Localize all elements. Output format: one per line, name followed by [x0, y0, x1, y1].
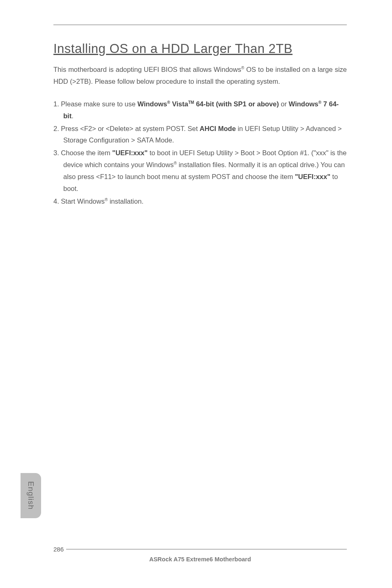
- steps-list: 1. Please make sure to use Windows® Vist…: [53, 98, 347, 207]
- step-1-bold-1: Windows: [138, 100, 167, 108]
- page-footer: 286 ASRock A75 Extreme6 Motherboard: [53, 546, 347, 563]
- step-4-text-b: installation.: [108, 198, 143, 205]
- step-2-text-a: 2. Press <F2> or <Delete> at system POST…: [53, 125, 200, 132]
- step-3: 3. Choose the item "UEFI:xxx" to boot in…: [53, 147, 347, 195]
- step-4-text-a: 4. Start Windows: [53, 198, 105, 205]
- step-3-bold-1: "UEFI:xxx": [112, 149, 148, 156]
- language-tab-label: English: [26, 481, 35, 510]
- step-1-bold-2: Vista: [170, 100, 188, 108]
- reg-mark: ®: [105, 197, 108, 202]
- tm-mark: TM: [188, 100, 194, 104]
- step-2: 2. Press <F2> or <Delete> at system POST…: [53, 123, 347, 147]
- page-number: 286: [53, 546, 64, 553]
- language-tab: English: [21, 473, 41, 518]
- step-1: 1. Please make sure to use Windows® Vist…: [53, 98, 347, 122]
- step-2-bold: AHCI Mode: [200, 125, 236, 132]
- page-number-row: 286: [53, 546, 347, 553]
- top-rule: [53, 25, 347, 25]
- step-1-bold-4: Windows: [289, 100, 318, 108]
- step-1-text-b: or: [279, 100, 289, 108]
- step-1-bold-3: 64-bit (with SP1 or above): [194, 100, 279, 108]
- step-1-text-c: .: [71, 112, 74, 119]
- step-3-text-a: 3. Choose the item: [53, 149, 112, 156]
- page-title: Installing OS on a HDD Larger Than 2TB: [53, 41, 347, 56]
- intro-text-1: This motherboard is adopting UEFI BIOS t…: [53, 66, 241, 73]
- step-4: 4. Start Windows® installation.: [53, 195, 347, 207]
- footer-title: ASRock A75 Extreme6 Motherboard: [53, 556, 347, 563]
- step-3-bold-2: "UEFI:xxx": [295, 173, 330, 180]
- footer-rule: [66, 549, 347, 549]
- reg-mark: ®: [174, 161, 177, 165]
- intro-paragraph: This motherboard is adopting UEFI BIOS t…: [53, 64, 347, 87]
- step-1-text-a: 1. Please make sure to use: [53, 100, 138, 108]
